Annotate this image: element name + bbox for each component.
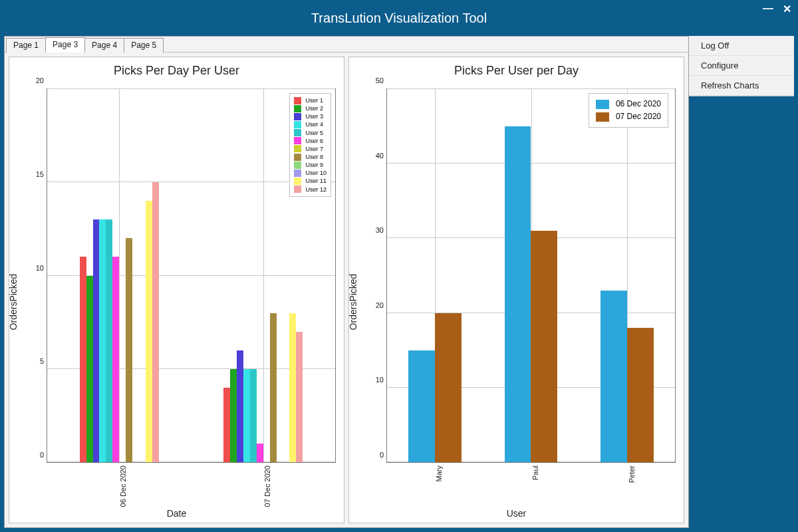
legend-swatch [294,97,301,104]
bar [408,350,435,462]
y-tick: 20 [372,301,384,309]
titlebar: TransLution Visualization Tool — ✕ [0,0,798,36]
bar-group [505,89,557,462]
bar [627,328,654,462]
window-controls: — ✕ [763,0,791,36]
menu-item-refresh-charts[interactable]: Refresh Charts [689,76,794,96]
charts-row: Picks Per Day Per User OrdersPicked User… [5,53,688,527]
tab-bar: Page 1Page 3Page 4Page 5 [5,37,688,53]
legend-item: User 1 [294,96,327,104]
legend-swatch [294,129,301,136]
legend-item: User 4 [294,120,327,128]
workspace: Page 1Page 3Page 4Page 5 Picks Per Day P… [4,36,794,528]
bar [99,219,106,462]
legend-item: User 3 [294,112,327,120]
legend-label: User 4 [305,120,323,128]
minimize-icon[interactable]: — [763,3,773,15]
tab-page-3[interactable]: Page 3 [45,37,85,53]
bar [230,369,237,462]
legend-swatch [294,145,301,152]
y-axis-label: OrdersPicked [8,273,19,330]
y-tick: 0 [372,451,384,459]
bar-group [600,89,653,462]
legend-label: User 1 [305,96,323,104]
main-panel: Page 1Page 3Page 4Page 5 Picks Per Day P… [4,36,689,528]
tab-page-4[interactable]: Page 4 [84,38,124,53]
bar [600,291,627,462]
legend-label: User 9 [305,161,323,169]
legend-swatch [294,105,301,112]
legend-label: User 7 [305,145,323,153]
bar [243,369,250,462]
x-tick: Paul [531,466,539,480]
legend-label: User 5 [305,129,323,137]
y-tick: 30 [372,226,384,234]
legend-label: User 6 [305,137,323,145]
legend-swatch [294,186,301,193]
sidebar: Log OffConfigureRefresh Charts [689,36,794,528]
bar-group [408,89,461,462]
y-tick: 0 [32,451,44,459]
bar [112,257,119,462]
y-tick: 10 [372,376,384,384]
bar [505,126,531,462]
legend-item: User 8 [294,153,327,161]
bar [250,369,257,462]
bar [257,444,263,462]
close-icon[interactable]: ✕ [783,3,791,15]
legend-swatch [294,154,301,161]
plot-area: 06 Dec 202007 Dec 2020 [386,88,676,463]
menu-item-configure[interactable]: Configure [689,56,794,76]
x-tick: 06 Dec 2020 [119,466,127,507]
bar-group [80,89,159,462]
chart-title: Picks Per Day Per User [9,57,344,80]
legend-item: User 7 [294,145,327,153]
menu-item-log-off[interactable]: Log Off [689,36,794,56]
bar [126,238,132,462]
bar [435,313,462,462]
bar [223,388,230,462]
y-axis-label: OrdersPicked [348,273,358,330]
window-title: TransLution Visualization Tool [311,11,487,26]
legend-item: 07 Dec 2020 [596,110,661,123]
legend-item: User 12 [294,186,327,194]
legend-item: 06 Dec 2020 [596,98,661,110]
legend-label: 07 Dec 2020 [616,110,661,123]
x-tick: 07 Dec 2020 [263,466,271,507]
legend-item: User 5 [294,129,327,137]
y-tick: 5 [32,357,44,365]
legend-label: 06 Dec 2020 [616,98,661,110]
bar [93,219,100,462]
bar [270,313,277,462]
legend-swatch [294,170,301,177]
plot-area: User 1User 2User 3User 4User 5User 6User… [47,88,336,463]
legend-label: User 11 [305,177,327,185]
plot-wrap: OrdersPicked 06 Dec 202007 Dec 2020 User… [349,80,684,523]
chart-panel-left: Picks Per Day Per User OrdersPicked User… [9,57,344,523]
bar [86,276,93,463]
plot-wrap: OrdersPicked User 1User 2User 3User 4Use… [9,80,344,523]
legend-item: User 10 [294,169,327,177]
x-axis-label: Date [9,508,344,519]
legend-label: User 12 [305,186,327,194]
chart-panel-right: Picks Per User per Day OrdersPicked 06 D… [348,57,684,523]
x-tick: Peter [628,466,636,483]
tab-page-5[interactable]: Page 5 [124,38,164,53]
y-tick: 15 [32,170,44,178]
tab-page-1[interactable]: Page 1 [6,38,46,53]
x-tick: Mary [435,466,443,481]
y-tick: 40 [372,152,384,160]
legend-swatch [294,162,301,169]
legend-label: User 8 [305,153,323,161]
legend-swatch [294,121,301,128]
legend-item: User 2 [294,104,327,112]
bar [531,231,557,462]
legend: 06 Dec 202007 Dec 2020 [589,93,668,128]
legend: User 1User 2User 3User 4User 5User 6User… [289,93,331,197]
bar [152,182,159,462]
legend-item: User 9 [294,161,327,169]
bar [146,201,152,462]
legend-label: User 3 [305,112,323,120]
bar [289,313,296,462]
legend-swatch [294,137,301,144]
